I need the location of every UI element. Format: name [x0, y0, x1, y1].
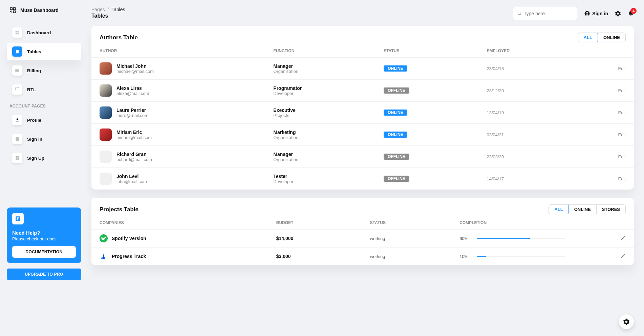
projects-col-companies: COMPANIES: [91, 216, 268, 230]
table-row[interactable]: John Levijohn@mail.comTesterDeveloperOFF…: [91, 168, 634, 190]
employed-date: 23/03/20: [487, 154, 504, 159]
search-input[interactable]: [524, 11, 573, 16]
search-icon: [517, 11, 521, 16]
status-badge: ONLINE: [384, 110, 407, 116]
edit-link[interactable]: Edit: [618, 154, 626, 159]
user-icon: [584, 11, 590, 17]
nav-item-tables[interactable]: Tables: [7, 43, 81, 60]
authors-col-actions: [575, 44, 634, 58]
completion-pct: 60%: [459, 236, 473, 241]
projects-filter-online[interactable]: ONLINE: [568, 205, 596, 214]
upgrade-button[interactable]: UPGRADE TO PRO: [7, 269, 81, 280]
edit-link[interactable]: Edit: [618, 88, 626, 93]
nav-label: Sign Up: [27, 156, 44, 161]
authors-filter-online[interactable]: ONLINE: [598, 33, 625, 42]
brand[interactable]: Muse Dashboard: [7, 7, 81, 24]
svg-point-9: [17, 118, 18, 120]
authors-title: Authors Table: [100, 34, 138, 41]
employed-date: 23/12/20: [487, 88, 504, 93]
status-badge: ONLINE: [384, 65, 407, 72]
progress-bar: [477, 256, 565, 257]
table-row[interactable]: Progress Track$3,000working10%: [91, 248, 634, 265]
projects-card: Projects Table ALLONLINESTORES COMPANIES…: [91, 198, 634, 265]
projects-filter-all[interactable]: ALL: [549, 204, 568, 214]
nav-label: Billing: [27, 68, 41, 73]
table-row[interactable]: Spotify Version$14,000working60%: [91, 230, 634, 248]
authors-col-function: FUNCTION: [265, 44, 375, 58]
author-email: michael@mail.com: [116, 69, 154, 74]
authors-filter-all[interactable]: ALL: [578, 33, 598, 42]
edit-button[interactable]: [620, 236, 626, 242]
svg-rect-1: [18, 31, 19, 33]
svg-rect-5: [17, 51, 18, 51]
projects-title: Projects Table: [100, 206, 138, 213]
sign-in-icon: [12, 134, 22, 144]
nav-item-profile[interactable]: Profile: [7, 111, 81, 129]
rtl-icon: [12, 84, 22, 95]
author-name: Michael John: [116, 63, 154, 69]
main-content: Pages / Tables Tables Sign in: [88, 0, 644, 336]
svg-rect-13: [16, 216, 20, 221]
author-dept: Developer: [273, 179, 367, 184]
settings-button[interactable]: [615, 11, 621, 17]
nav-label: Sign In: [27, 137, 42, 142]
table-row[interactable]: Alexa Lirasalexa@mail.comProgramatorDeve…: [91, 80, 634, 102]
edit-link[interactable]: Edit: [618, 110, 626, 115]
breadcrumb-root[interactable]: Pages: [91, 7, 105, 12]
nav-label: RTL: [27, 87, 36, 92]
author-role: Executive: [273, 107, 367, 113]
svg-rect-2: [16, 33, 17, 35]
brand-logo-icon: [9, 7, 16, 14]
author-role: Manager: [273, 63, 367, 69]
nav-item-sign-in[interactable]: Sign In: [7, 130, 81, 148]
svg-rect-3: [18, 33, 19, 35]
avatar: [100, 151, 112, 163]
projects-filter-stores[interactable]: STORES: [596, 205, 625, 214]
progress-bar: [477, 238, 565, 239]
employed-date: 03/04/21: [487, 132, 504, 137]
table-row[interactable]: Miriam Ericmiriam@mail.comMarketingOrgan…: [91, 124, 634, 146]
notifications-button[interactable]: 4: [628, 11, 634, 17]
help-subtitle: Please check our docs: [12, 236, 76, 241]
nav-label: Dashboard: [27, 30, 51, 35]
author-dept: Developer: [273, 91, 367, 96]
budget: $14,000: [276, 236, 294, 241]
documentation-button[interactable]: DOCUMENTATION: [12, 246, 76, 258]
nav-item-billing[interactable]: Billing: [7, 62, 81, 79]
edit-link[interactable]: Edit: [618, 132, 626, 137]
floating-settings-button[interactable]: [619, 314, 634, 329]
tables-icon: [12, 46, 22, 57]
svg-rect-14: [17, 217, 18, 220]
author-name: John Levi: [116, 174, 147, 179]
author-dept: Organization: [273, 157, 367, 162]
authors-filter-group: ALLONLINE: [578, 33, 626, 42]
nav-item-dashboard[interactable]: Dashboard: [7, 24, 81, 41]
edit-link[interactable]: Edit: [618, 176, 626, 181]
table-row[interactable]: Laure Perrierlaure@mail.comExecutiveProj…: [91, 102, 634, 124]
avatar: [100, 62, 112, 75]
employed-date: 13/04/19: [487, 110, 504, 115]
table-row[interactable]: Michael Johnmichael@mail.comManagerOrgan…: [91, 58, 634, 80]
authors-table: AUTHORFUNCTIONSTATUSEMPLOYED Michael Joh…: [91, 44, 634, 190]
authors-col-employed: EMPLOYED: [479, 44, 575, 58]
project-status: working: [370, 254, 385, 259]
projects-table: COMPANIESBUDGETSTATUSCOMPLETION Spotify …: [91, 216, 634, 265]
author-role: Tester: [273, 174, 367, 179]
company-logo-icon: [100, 234, 108, 242]
billing-icon: [12, 65, 22, 76]
table-row[interactable]: Richard Granrichard@mail.comManagerOrgan…: [91, 146, 634, 168]
nav-item-rtl[interactable]: RTL: [7, 81, 81, 98]
svg-rect-10: [16, 137, 19, 141]
nav-section-account: ACCOUNT PAGES: [7, 100, 81, 111]
edit-link[interactable]: Edit: [618, 66, 626, 71]
nav-label: Profile: [27, 118, 41, 123]
signin-link[interactable]: Sign in: [584, 11, 608, 17]
breadcrumb[interactable]: Pages / Tables: [91, 7, 125, 12]
avatar: [100, 106, 112, 119]
nav-item-sign-up[interactable]: Sign Up: [7, 149, 81, 167]
authors-col-status: STATUS: [375, 44, 478, 58]
svg-line-17: [520, 14, 521, 15]
employed-date: 14/04/17: [487, 176, 504, 181]
search-box[interactable]: [513, 7, 577, 20]
edit-button[interactable]: [620, 254, 626, 260]
